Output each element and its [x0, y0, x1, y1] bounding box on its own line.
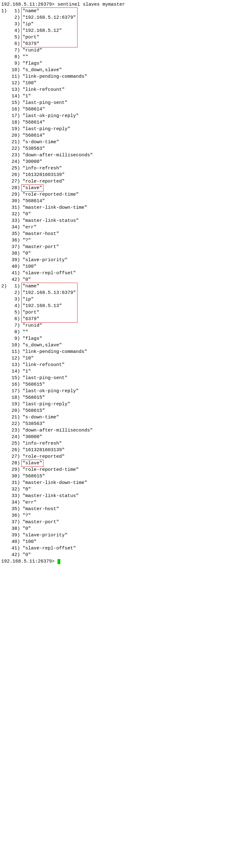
- item-index: 39): [9, 257, 20, 264]
- item-value: "568614": [22, 106, 46, 113]
- item-index: 1): [9, 8, 20, 14]
- output-line: 11)"link-pending-commands": [1, 348, 243, 355]
- output-line: 34)"err": [1, 499, 243, 506]
- item-value: "1": [22, 368, 31, 375]
- item-value: "last-ok-ping-reply": [22, 388, 79, 394]
- output-line: 16)"568614": [1, 106, 243, 113]
- item-value: "": [22, 329, 29, 335]
- output-line: 22)"538563": [1, 421, 243, 427]
- item-index: 32): [9, 486, 20, 493]
- item-index: 17): [9, 388, 20, 394]
- item-value: "name": [22, 283, 40, 289]
- output-line: 6)"6379": [1, 40, 243, 47]
- item-index: 26): [9, 447, 20, 453]
- item-index: 15): [9, 375, 20, 381]
- output-line: 39)"slave-priority": [1, 257, 243, 264]
- output-line: 33)"master-link-status": [1, 217, 243, 224]
- output-line: 15)"last-ping-sent": [1, 99, 243, 106]
- output-line: 9)"flags": [1, 335, 243, 342]
- item-value: "538563": [22, 421, 46, 427]
- item-value: "6379": [22, 40, 40, 47]
- item-value: "568615": [22, 394, 46, 401]
- item-value: "last-ping-sent": [22, 375, 68, 381]
- item-index: 11): [9, 73, 20, 80]
- item-value: "slave": [22, 460, 43, 466]
- item-index: 19): [9, 401, 20, 407]
- output-line: 22)"538563": [1, 145, 243, 152]
- output-line: 8)"": [1, 329, 243, 335]
- item-index: 3): [9, 21, 20, 27]
- item-value: "master-link-down-time": [22, 204, 88, 211]
- item-index: 40): [9, 264, 20, 270]
- item-index: 30): [9, 473, 20, 479]
- output-line: 19)"last-ping-reply": [1, 401, 243, 407]
- item-index: 20): [9, 407, 20, 414]
- output-line: 24)"30000": [1, 158, 243, 165]
- item-value: "s-down-time": [22, 139, 60, 145]
- item-value: "name": [22, 8, 40, 14]
- output-line: 2)1)"name": [1, 283, 243, 289]
- item-index: 24): [9, 434, 20, 440]
- prompt-line[interactable]: 192.168.5.11:26379> sentinel slaves myma…: [1, 1, 243, 8]
- item-index: 36): [9, 512, 20, 519]
- output-line: 18)"568615": [1, 394, 243, 401]
- item-index: 25): [9, 165, 20, 172]
- output-line: 7)"runid": [1, 47, 243, 54]
- item-index: 42): [9, 552, 20, 558]
- item-value: "runid": [22, 47, 43, 54]
- output-line: 28)"slave": [1, 185, 243, 191]
- item-value: "err": [22, 499, 37, 506]
- item-value: "568615": [22, 407, 46, 414]
- item-value: "568615": [22, 381, 46, 388]
- group-index: 1): [1, 8, 9, 14]
- output-line: 19)"last-ping-reply": [1, 126, 243, 132]
- item-index: 20): [9, 132, 20, 139]
- output-line: 4)"192.168.5.13": [1, 303, 243, 309]
- item-index: 22): [9, 145, 20, 152]
- item-index: 34): [9, 499, 20, 506]
- item-value: "flags": [22, 60, 43, 67]
- item-index: 4): [9, 27, 20, 34]
- output-line: 16)"568615": [1, 381, 243, 388]
- output-line: 10)"s_down,slave": [1, 67, 243, 73]
- item-value: "568614": [22, 119, 46, 126]
- item-value: "ip": [22, 21, 34, 27]
- item-index: 31): [9, 479, 20, 486]
- item-index: 39): [9, 532, 20, 538]
- output-line: 30)"568614": [1, 198, 243, 204]
- item-index: 5): [9, 309, 20, 316]
- item-index: 37): [9, 519, 20, 525]
- output-line: 37)"master-port": [1, 519, 243, 525]
- item-value: "10": [22, 355, 34, 362]
- output-line: 41)"slave-repl-offset": [1, 545, 243, 552]
- cursor: [57, 559, 60, 564]
- item-value: "runid": [22, 322, 43, 329]
- output-line: 1)1)"name": [1, 8, 243, 14]
- item-index: 24): [9, 158, 20, 165]
- item-index: 2): [9, 14, 20, 21]
- item-value: "192.168.5.12:6379": [22, 14, 77, 21]
- item-value: "err": [22, 224, 37, 230]
- output-line: 12)"100": [1, 80, 243, 86]
- output-line: 27)"role-reported": [1, 178, 243, 185]
- item-value: "1": [22, 93, 31, 99]
- output-line: 7)"runid": [1, 322, 243, 329]
- item-value: "568615": [22, 473, 46, 479]
- item-value: "slave-repl-offset": [22, 545, 77, 552]
- item-index: 29): [9, 191, 20, 198]
- output-line: 37)"master-port": [1, 244, 243, 250]
- output-line: 21)"s-down-time": [1, 139, 243, 145]
- item-value: "100": [22, 80, 37, 86]
- output-line: 13)"link-refcount": [1, 362, 243, 368]
- prompt-host: 192.168.5.11:26379>: [1, 2, 57, 7]
- item-index: 11): [9, 348, 20, 355]
- item-index: 3): [9, 296, 20, 303]
- output-line: 23)"down-after-milliseconds": [1, 152, 243, 158]
- item-index: 38): [9, 250, 20, 257]
- output-line: 29)"role-reported-time": [1, 466, 243, 473]
- output-line: 2)"192.168.5.12:6379": [1, 14, 243, 21]
- prompt-line[interactable]: 192.168.5.11:26379>: [1, 558, 243, 565]
- item-value: "30000": [22, 158, 43, 165]
- item-value: "link-pending-commands": [22, 73, 88, 80]
- item-index: 41): [9, 545, 20, 552]
